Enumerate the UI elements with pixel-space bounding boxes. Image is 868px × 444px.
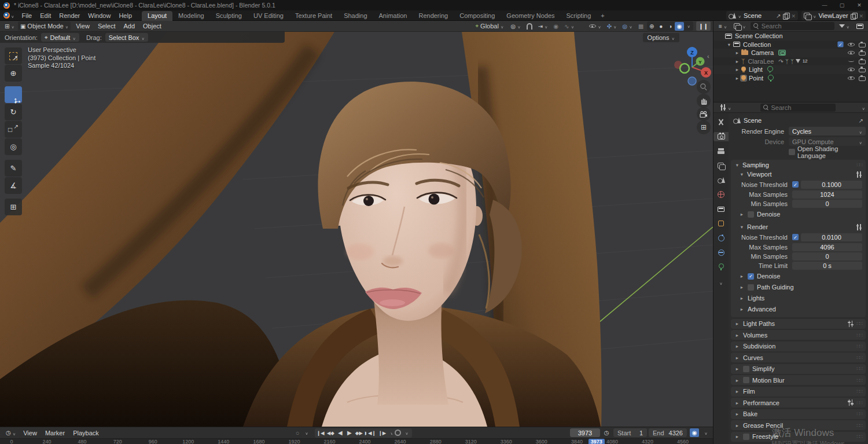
playhead[interactable]: 3973 bbox=[589, 439, 605, 444]
xray-toggle[interactable]: ▩ bbox=[636, 21, 646, 31]
copy-icon[interactable] bbox=[783, 13, 789, 19]
scale-tool[interactable] bbox=[5, 121, 22, 138]
breadcrumb-scene[interactable]: Scene bbox=[744, 117, 762, 124]
pause-render-button[interactable]: ❙❙ bbox=[696, 21, 711, 31]
noise-threshold-checkbox[interactable] bbox=[792, 181, 799, 188]
expand-icon[interactable] bbox=[734, 58, 740, 64]
section-freestyle[interactable]: Freestyle∷∷ bbox=[731, 432, 866, 442]
workspace-tab-layout[interactable]: Layout bbox=[142, 11, 172, 21]
add-cube-tool[interactable]: ⊞ bbox=[5, 199, 22, 215]
expand-icon[interactable] bbox=[734, 67, 740, 72]
current-frame-field[interactable]: 3973 bbox=[570, 428, 600, 437]
workspace-tab-rendering[interactable]: Rendering bbox=[413, 11, 454, 21]
viewport-menu-view[interactable]: View bbox=[72, 23, 94, 30]
outliner-row-camera[interactable]: Camera bbox=[713, 49, 868, 57]
viewport-denoise-checkbox[interactable] bbox=[748, 211, 754, 218]
prev-frame-button[interactable]: ◀❙ bbox=[367, 428, 377, 437]
hide-viewport-toggle[interactable] bbox=[848, 67, 855, 72]
auto-key-button[interactable] bbox=[393, 428, 402, 437]
outliner-row-point[interactable]: Point bbox=[713, 74, 868, 83]
minimize-button[interactable]: — bbox=[816, 0, 833, 10]
editor-type-button[interactable]: ⊞ bbox=[2, 21, 17, 31]
viewport-noise-threshold-field[interactable]: 0.1000 bbox=[801, 181, 862, 189]
viewport-3d[interactable]: ⊞ ▣Object Mode ViewSelectAddObject ⌖Glob… bbox=[0, 21, 713, 444]
timeline-menu-view[interactable]: View bbox=[19, 430, 41, 436]
timeline-shading-dropdown[interactable] bbox=[701, 428, 711, 437]
pin-icon[interactable] bbox=[859, 117, 863, 124]
scene-selector[interactable]: Scene bbox=[726, 11, 798, 20]
pan-button[interactable] bbox=[697, 94, 711, 108]
shading-solid-button[interactable]: ● bbox=[656, 22, 665, 31]
select-box-tool[interactable] bbox=[5, 47, 22, 64]
path-guiding-checkbox[interactable] bbox=[748, 284, 754, 291]
viewlayer-selector[interactable]: ViewLayer bbox=[801, 11, 866, 20]
render-noise-threshold-field[interactable]: 0.0100 bbox=[801, 233, 862, 241]
annotate-tool[interactable]: ✎ bbox=[5, 160, 22, 177]
tab-object[interactable] bbox=[714, 219, 728, 228]
copy-icon[interactable] bbox=[851, 13, 856, 19]
properties-search-input[interactable]: Search bbox=[760, 104, 836, 112]
play-button[interactable]: ▶ bbox=[345, 428, 354, 437]
tab-scene[interactable] bbox=[714, 175, 728, 185]
path-guiding-row[interactable]: Path Guiding bbox=[731, 282, 866, 292]
outliner-row-claralee[interactable]: ᛉClaraLee12 bbox=[713, 57, 868, 66]
grip-icon[interactable]: ∷∷ bbox=[857, 366, 862, 372]
menu-render[interactable]: Render bbox=[55, 12, 84, 19]
advanced-row[interactable]: Advanced bbox=[731, 304, 866, 314]
close-button[interactable]: ✕ bbox=[851, 0, 868, 10]
tab-render[interactable] bbox=[713, 132, 729, 141]
workspace-tab-animation[interactable]: Animation bbox=[373, 11, 413, 21]
outliner-search-input[interactable]: Search bbox=[751, 22, 834, 30]
sampling-panel-header[interactable]: Sampling ∷∷ bbox=[731, 160, 866, 170]
motion-blur-checkbox[interactable] bbox=[743, 377, 749, 383]
workspace-tab-uv-editing[interactable]: UV Editing bbox=[248, 11, 289, 21]
hide-viewport-toggle[interactable] bbox=[848, 42, 855, 47]
section-simplify[interactable]: Simplify∷∷ bbox=[731, 364, 866, 374]
outliner-row-light[interactable]: Light bbox=[713, 65, 868, 74]
sync-button[interactable]: ○ bbox=[293, 428, 302, 437]
auto-key-dropdown[interactable] bbox=[402, 428, 411, 437]
section-subdivision[interactable]: Subdivision∷∷ bbox=[731, 342, 866, 351]
menu-edit[interactable]: Edit bbox=[36, 12, 55, 19]
preset-icon[interactable] bbox=[847, 399, 854, 406]
sidebar-collapse-arrow[interactable]: ‹ bbox=[707, 53, 709, 60]
outliner-filter-button[interactable] bbox=[837, 21, 852, 31]
shading-rendered-button[interactable]: ◉ bbox=[675, 22, 684, 31]
viewport-menu-add[interactable]: Add bbox=[119, 23, 139, 30]
grip-icon[interactable]: ∷∷ bbox=[857, 332, 862, 338]
workspace-tab-compositing[interactable]: Compositing bbox=[454, 11, 501, 21]
play-reverse-button[interactable]: ◀ bbox=[336, 428, 345, 437]
workspace-tab-sculpting[interactable]: Sculpting bbox=[210, 11, 248, 21]
grip-icon[interactable]: ∷∷ bbox=[857, 377, 862, 383]
simplify-checkbox[interactable] bbox=[743, 366, 749, 372]
render-denoise-row[interactable]: Denoise bbox=[731, 271, 866, 281]
lights-row[interactable]: Lights bbox=[731, 293, 866, 303]
outliner-display-mode-button[interactable] bbox=[731, 21, 748, 31]
shading-options-dropdown[interactable] bbox=[684, 22, 693, 31]
viewport-max-samples-field[interactable]: 1024 bbox=[792, 190, 862, 199]
viewport-menu-object[interactable]: Object bbox=[139, 23, 165, 30]
pin-icon[interactable] bbox=[776, 12, 781, 19]
options-dropdown[interactable]: Options bbox=[643, 33, 679, 42]
sync-dropdown[interactable] bbox=[302, 428, 311, 437]
section-light-paths[interactable]: Light Paths∷∷ bbox=[731, 319, 866, 329]
render-engine-select[interactable]: Cycles bbox=[789, 127, 866, 135]
grip-icon[interactable]: ∷∷ bbox=[857, 434, 862, 439]
disable-render-toggle[interactable] bbox=[859, 67, 866, 72]
sampling-render-header[interactable]: Render bbox=[731, 222, 866, 232]
outliner-row-scene-collection[interactable]: Scene Collection bbox=[713, 32, 868, 41]
grip-icon[interactable]: ∷∷ bbox=[857, 400, 862, 406]
next-keyframe-button[interactable]: ◆▶ bbox=[354, 428, 364, 437]
workspace-tab-texture-paint[interactable]: Texture Paint bbox=[289, 11, 338, 21]
timeline-shading-button[interactable]: ◉ bbox=[690, 428, 699, 437]
pivot-point-select[interactable]: ◎ bbox=[508, 21, 523, 31]
tab-view-layer[interactable] bbox=[714, 161, 728, 170]
viewport-menu-select[interactable]: Select bbox=[94, 23, 120, 30]
hide-viewport-toggle[interactable] bbox=[848, 75, 855, 81]
osl-checkbox[interactable] bbox=[789, 149, 795, 155]
expand-icon[interactable] bbox=[734, 75, 740, 81]
shading-material-button[interactable]: ◑ bbox=[665, 22, 675, 31]
add-workspace-button[interactable]: + bbox=[597, 11, 608, 20]
collection-checkbox[interactable] bbox=[837, 42, 843, 47]
jump-to-start-button[interactable]: ❙◀ bbox=[315, 428, 326, 437]
